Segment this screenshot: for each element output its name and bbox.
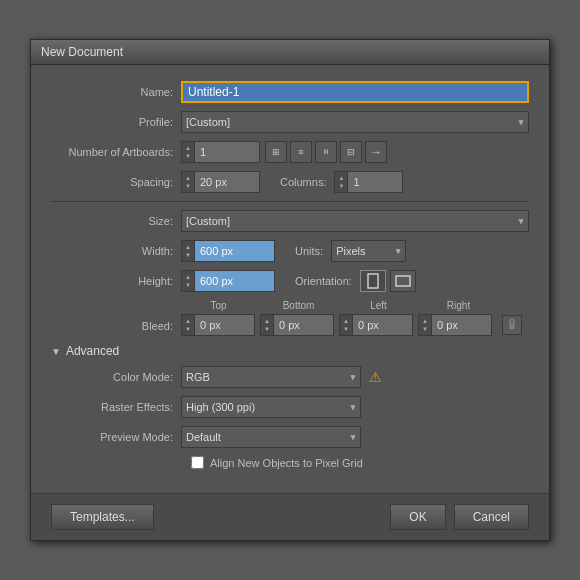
raster-effects-select[interactable]: Screen (72 ppi) Medium (150 ppi) High (3… [181, 396, 361, 418]
width-label: Width: [51, 245, 181, 257]
artboard-row-btn[interactable]: ≡ [290, 141, 312, 163]
artboard-grid-btn[interactable]: ⊞ [265, 141, 287, 163]
spacing-up-arrow[interactable]: ▲ [182, 174, 194, 182]
name-label: Name: [51, 86, 181, 98]
size-select[interactable]: [Custom] Letter A4 [181, 210, 529, 232]
height-up-arrow[interactable]: ▲ [182, 273, 194, 281]
artboard-col-btn[interactable]: ≡ [315, 141, 337, 163]
align-pixels-row: Align New Objects to Pixel Grid [51, 456, 529, 469]
bleed-right-label: Right [421, 300, 496, 311]
height-down-arrow[interactable]: ▼ [182, 281, 194, 289]
bleed-top-input[interactable] [195, 314, 255, 336]
columns-up-arrow[interactable]: ▲ [335, 174, 347, 182]
artboards-arrows[interactable]: ▲ ▼ [181, 141, 195, 163]
dialog-footer: Templates... OK Cancel [31, 493, 549, 540]
advanced-label: Advanced [66, 344, 119, 358]
bleed-top-arrows[interactable]: ▲ ▼ [181, 314, 195, 336]
cancel-button[interactable]: Cancel [454, 504, 529, 530]
color-mode-select[interactable]: RGB CMYK [181, 366, 361, 388]
width-row: Width: ▲ ▼ Units: Pixels Points Inches ▼ [51, 240, 529, 262]
profile-select-wrapper: [Custom] Print Web Mobile ▼ [181, 111, 529, 133]
dialog-title: New Document [41, 45, 123, 59]
templates-button[interactable]: Templates... [51, 504, 154, 530]
color-mode-label: Color Mode: [51, 371, 181, 383]
bleed-grid: Top Bottom Left Right ▲ ▼ [181, 300, 522, 336]
preview-mode-select[interactable]: Default Pixel Overprint [181, 426, 361, 448]
artboard-layout-controls: ⊞ ≡ ≡ ⊟ → [265, 141, 387, 163]
columns-section: Columns: ▲ ▼ [280, 171, 403, 193]
color-mode-select-wrapper: RGB CMYK ▼ [181, 366, 361, 388]
new-document-dialog: New Document Name: Profile: [Custom] Pri… [30, 39, 550, 541]
units-section: Units: Pixels Points Inches ▼ [295, 240, 406, 262]
columns-label: Columns: [280, 176, 326, 188]
title-bar: New Document [31, 40, 549, 65]
height-arrows[interactable]: ▲ ▼ [181, 270, 195, 292]
spacing-down-arrow[interactable]: ▼ [182, 182, 194, 190]
columns-arrows[interactable]: ▲ ▼ [334, 171, 348, 193]
width-down-arrow[interactable]: ▼ [182, 251, 194, 259]
artboards-up-arrow[interactable]: ▲ [182, 144, 194, 152]
bleed-link-btn[interactable] [502, 315, 522, 335]
svg-rect-0 [368, 274, 378, 288]
advanced-triangle-icon: ▼ [51, 346, 61, 357]
bleed-left-label: Left [341, 300, 416, 311]
preview-mode-label: Preview Mode: [51, 431, 181, 443]
spacing-row: Spacing: ▲ ▼ Columns: ▲ ▼ [51, 171, 529, 193]
width-up-arrow[interactable]: ▲ [182, 243, 194, 251]
height-spinner: ▲ ▼ [181, 270, 275, 292]
spacing-label: Spacing: [51, 176, 181, 188]
bleed-left-arrows[interactable]: ▲ ▼ [339, 314, 353, 336]
width-input[interactable] [195, 240, 275, 262]
align-pixels-checkbox[interactable] [191, 456, 204, 469]
profile-row: Profile: [Custom] Print Web Mobile ▼ [51, 111, 529, 133]
bleed-right-arrows[interactable]: ▲ ▼ [418, 314, 432, 336]
height-label: Height: [51, 275, 181, 287]
size-select-wrapper: [Custom] Letter A4 ▼ [181, 210, 529, 232]
advanced-header[interactable]: ▼ Advanced [51, 344, 529, 358]
columns-down-arrow[interactable]: ▼ [335, 182, 347, 190]
height-input[interactable] [195, 270, 275, 292]
raster-effects-select-wrapper: Screen (72 ppi) Medium (150 ppi) High (3… [181, 396, 361, 418]
landscape-btn[interactable] [390, 270, 416, 292]
artboards-input[interactable] [195, 141, 260, 163]
ok-button[interactable]: OK [390, 504, 445, 530]
units-select[interactable]: Pixels Points Inches [331, 240, 406, 262]
bleed-right-input[interactable] [432, 314, 492, 336]
columns-input[interactable] [348, 171, 403, 193]
bleed-bottom-input[interactable] [274, 314, 334, 336]
footer-right-buttons: OK Cancel [390, 504, 529, 530]
units-label: Units: [295, 245, 323, 257]
artboards-down-arrow[interactable]: ▼ [182, 152, 194, 160]
artboards-label: Number of Artboards: [51, 146, 181, 158]
bleed-left-input[interactable] [353, 314, 413, 336]
columns-spinner: ▲ ▼ [334, 171, 403, 193]
align-pixels-label: Align New Objects to Pixel Grid [210, 457, 363, 469]
artboard-arrange-btn[interactable]: ⊟ [340, 141, 362, 163]
raster-effects-row: Raster Effects: Screen (72 ppi) Medium (… [51, 396, 529, 418]
artboards-row: Number of Artboards: ▲ ▼ ⊞ ≡ ≡ ⊟ → [51, 141, 529, 163]
bleed-column-labels: Top Bottom Left Right [181, 300, 522, 311]
bleed-top-spinner: ▲ ▼ [181, 314, 255, 336]
warning-icon: ⚠ [369, 369, 382, 385]
spacing-arrows[interactable]: ▲ ▼ [181, 171, 195, 193]
name-input[interactable] [181, 81, 529, 103]
profile-label: Profile: [51, 116, 181, 128]
size-row: Size: [Custom] Letter A4 ▼ [51, 210, 529, 232]
name-row: Name: [51, 81, 529, 103]
artboard-right-arrow-btn[interactable]: → [365, 141, 387, 163]
raster-effects-label: Raster Effects: [51, 401, 181, 413]
profile-select[interactable]: [Custom] Print Web Mobile [181, 111, 529, 133]
orientation-label: Orientation: [295, 275, 352, 287]
spacing-spinner: ▲ ▼ [181, 171, 260, 193]
advanced-section: ▼ Advanced Color Mode: RGB CMYK ▼ ⚠ Rast… [51, 344, 529, 469]
width-arrows[interactable]: ▲ ▼ [181, 240, 195, 262]
bleed-label: Bleed: [51, 300, 181, 332]
bleed-bottom-arrows[interactable]: ▲ ▼ [260, 314, 274, 336]
portrait-btn[interactable] [360, 270, 386, 292]
orientation-section: Orientation: [295, 270, 416, 292]
bleed-bottom-label: Bottom [261, 300, 336, 311]
size-label: Size: [51, 215, 181, 227]
bleed-right-spinner: ▲ ▼ [418, 314, 492, 336]
spacing-input[interactable] [195, 171, 260, 193]
bleed-section: Bleed: Top Bottom Left Right ▲ ▼ [51, 300, 529, 336]
